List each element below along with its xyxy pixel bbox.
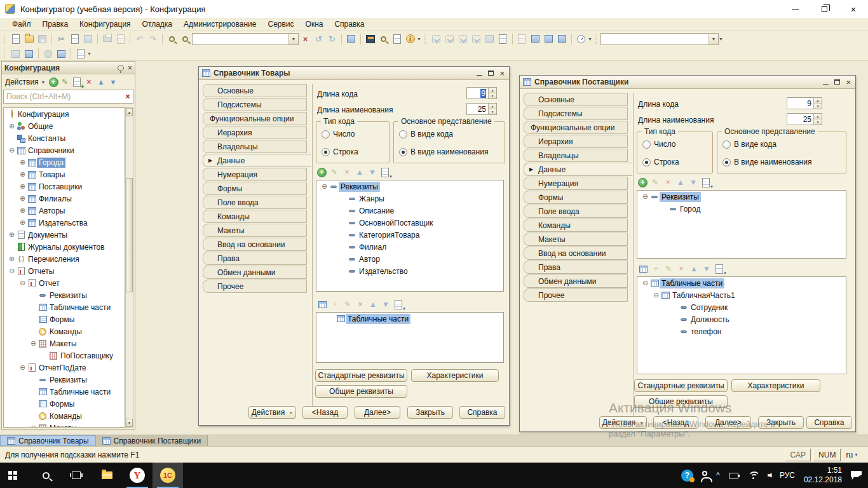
tree-item-otchety[interactable]: ⊖Отчеты [4,265,125,277]
window-titlebar[interactable]: Конфигуратор (учебная версия) - Конфигур… [0,0,868,18]
toolbar-grip-2[interactable] [424,34,428,44]
tree-item-otchet-rekvizity[interactable]: Реквизиты [4,289,125,301]
save-icon[interactable] [36,33,48,45]
toolbar-grip-3[interactable] [595,34,599,44]
d2-tab-field-telefon[interactable]: телефон [637,325,846,337]
d1-name-length-value[interactable]: 25 [467,104,488,114]
volume-muted-icon[interactable]: × [768,472,771,478]
notification-center-icon[interactable]: 1 [851,471,862,480]
info-dropdown-icon[interactable]: ▼ [417,37,421,41]
search-dropdown-icon[interactable]: ▼ [288,34,298,44]
d2-radio-string[interactable] [642,158,651,166]
move-down-icon[interactable]: ▼ [108,77,119,88]
d1-attr-osnovnoypostavschik[interactable]: ОсновнойПоставщик [316,217,503,229]
d2-tab-makety[interactable]: Макеты [524,233,628,246]
step-over-icon[interactable] [444,33,456,45]
tree-item-tovary[interactable]: ⊕Товары [4,168,125,180]
tree-item-configuration[interactable]: Конфигурация [4,108,125,120]
d2-tab-funkcionalnye-opcii[interactable]: Функциональные опции [524,121,628,134]
run-dropdown-icon[interactable]: ▼ [87,51,92,56]
file-explorer-button[interactable] [92,463,122,488]
add-tabular-icon[interactable] [317,299,327,309]
d1-close-icon[interactable]: × [499,69,505,78]
sidebar-search-clear-icon[interactable]: × [123,92,133,101]
taskbar-search-button[interactable] [31,463,61,488]
tree-scrollbar[interactable]: ▲ ▼ [125,107,133,428]
d2-tabular-chast1[interactable]: ⊖ТабличнаяЧасть1 [637,289,846,301]
d1-radio-number[interactable] [322,130,330,139]
d1-attr-opisanie[interactable]: Описание [316,205,503,217]
toolbar2-grip[interactable] [4,49,8,59]
print-preview-icon[interactable] [114,33,126,45]
undo-icon[interactable]: ↶ [133,33,146,45]
task-view-button[interactable] [61,463,92,488]
tree-item-otchetpodate[interactable]: ⊖ОтчетПоДате [4,362,125,374]
d1-tab-vladelcy[interactable]: Владельцы [203,140,307,153]
d2-characteristics-button[interactable]: Характеристики [731,379,820,392]
window-combo-dropdown-icon[interactable]: ▼ [709,34,718,44]
panel-close-icon[interactable]: × [128,64,132,72]
help-contents-icon[interactable] [391,33,403,45]
d2-close-icon[interactable]: × [846,78,851,86]
tree-item-opd-rekvizity[interactable]: Реквизиты [4,374,125,386]
timer-dropdown-icon[interactable]: ▼ [588,37,592,41]
window-tab-tovary[interactable]: Справочник Товары [0,435,96,446]
delete-tabular-icon[interactable]: × [676,264,686,274]
d1-common-attributes-button[interactable]: Общие реквизиты [315,385,407,398]
spin-down-icon[interactable]: ▼ [489,109,496,114]
d1-tab-prochee[interactable]: Прочее [203,280,307,293]
tree-item-obschie[interactable]: ⊕Общие [4,120,125,132]
d2-actions-button[interactable]: Действия▼ [599,416,647,429]
database-icon[interactable] [42,48,54,60]
table-document-icon[interactable] [556,33,568,45]
tree-item-spravochniki[interactable]: ⊖Справочники [4,144,125,156]
d2-attributes-root[interactable]: ⊖Реквизиты [637,191,846,203]
tree-item-opd-makety[interactable]: ⊖Макеты [4,422,125,428]
close-button[interactable]: × [839,0,868,18]
d2-code-length-spinner[interactable]: 9 ▲▼ [787,97,822,109]
run-enterprise-icon[interactable] [74,48,86,60]
info-icon[interactable]: i [404,33,416,45]
d2-close-button[interactable]: Закрыть [758,416,804,429]
clear-search-icon[interactable]: × [299,33,311,45]
tree-item-postavschiki[interactable]: ⊕Поставщики [4,180,125,193]
add-icon[interactable]: + [49,78,58,87]
d1-name-length-spinner[interactable]: 25 ▲▼ [466,103,497,115]
search-input[interactable] [193,34,288,44]
scroll-down-icon[interactable]: ▼ [126,419,133,427]
paste-icon[interactable] [82,33,94,45]
d1-code-length-spinner[interactable]: 9 ▲▼ [466,87,497,99]
move-tabular-down-icon[interactable]: ▼ [381,299,391,309]
people-tray-icon[interactable] [702,471,707,476]
copy-add-icon[interactable]: + [72,77,83,88]
taskbar-clock[interactable]: 1:5102.12.2018 [804,466,842,485]
sort-list-icon[interactable]: ▼ [380,167,390,177]
add-tabular-attribute-icon[interactable]: + [651,264,661,274]
d2-tab-prava[interactable]: Права [524,261,628,274]
menu-configuration[interactable]: Конфигурация [74,18,137,30]
d1-tab-numeraciya[interactable]: Нумерация [203,168,307,181]
menu-help[interactable]: Справка [329,18,370,30]
d1-attributes-root[interactable]: ⊖Реквизиты [316,180,503,193]
tree-item-avtory[interactable]: ⊕Авторы [4,205,125,217]
d2-tab-podsistemy[interactable]: Подсистемы [524,107,628,120]
d1-tab-ierarhiya[interactable]: Иерархия [203,126,307,139]
new-document-icon[interactable] [10,33,22,45]
move-up-icon[interactable]: ▲ [96,77,107,88]
open-window-1-icon[interactable] [529,33,541,45]
d2-name-length-spinner[interactable]: 25 ▲▼ [787,113,822,125]
menu-file[interactable]: Файл [6,18,37,30]
edit-attribute-icon[interactable]: ✎ [650,177,660,187]
help-search-icon[interactable] [377,33,390,45]
edit-tabular-icon[interactable]: ✎ [663,264,674,274]
performance-timer-icon[interactable] [575,33,587,45]
tray-expand-icon[interactable]: ^ [716,471,720,480]
d2-tab-field-dolzhnost[interactable]: Должность [637,313,846,325]
spin-up-icon[interactable]: ▲ [489,88,496,93]
d2-radio-as-code[interactable] [722,140,731,149]
copy-icon[interactable] [69,33,81,45]
spin-up-icon[interactable]: ▲ [489,104,496,109]
d2-name-length-value[interactable]: 25 [787,114,813,125]
configuration-tree-icon[interactable] [10,48,22,60]
move-attribute-down-icon[interactable]: ▼ [367,167,377,177]
